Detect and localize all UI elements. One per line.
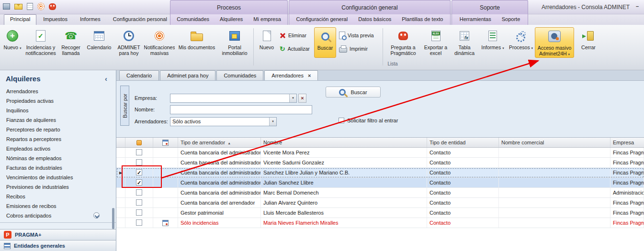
mail-icon[interactable]: [14, 4, 23, 10]
row-checkbox[interactable]: [136, 149, 142, 155]
chevron-down-icon[interactable]: ▾: [269, 118, 276, 126]
acceso-masivo-adminet24h-button[interactable]: Acceso masivo Adminet24H ▾ ArrendadoresI…: [535, 27, 574, 58]
empresa-value: [170, 94, 289, 102]
chevron-down-icon[interactable]: ▾: [289, 94, 296, 102]
buscar-button[interactable]: Buscar: [326, 87, 381, 98]
exportar-excel-button[interactable]: Exportar a excel: [422, 27, 450, 58]
row-checkbox[interactable]: [136, 219, 142, 226]
sidebar-item-perceptores-de-reparto[interactable]: Perceptores de reparto: [0, 125, 116, 134]
column-header-tipo-de-arrendador[interactable]: Tipo de arrendador▲: [178, 138, 261, 147]
clear-empresa-button[interactable]: ×: [298, 94, 306, 103]
collapse-sidebar-icon[interactable]: ‹: [105, 75, 110, 83]
nav-entidades-generales-button[interactable]: Entidades generales: [0, 240, 116, 251]
pregunta-pragmatico-button[interactable]: Pregunta a Pragmático: [386, 27, 420, 58]
group-tab-herramientas[interactable]: Herramientas: [456, 14, 495, 25]
sidebar-item-previsiones-de-industriales[interactable]: Previsiones de industriales: [0, 182, 116, 192]
sidebar-scrollbar[interactable]: [112, 208, 114, 229]
group-tab-soporte[interactable]: Soporte: [498, 14, 524, 25]
cerrar-button[interactable]: Cerrar: [577, 27, 599, 58]
calendario-button[interactable]: Calendario: [85, 27, 113, 58]
minimize-button[interactable]: –: [633, 3, 641, 11]
sidebar-item-nóminas-de-empleados[interactable]: Nóminas de empleados: [0, 153, 116, 163]
close-tab-icon[interactable]: ×: [308, 73, 311, 78]
sidebar-item-facturas-de-industriales[interactable]: Facturas de industriales: [0, 163, 116, 173]
ribbon-tab-impuestos[interactable]: Impuestos: [37, 14, 73, 25]
adminet-para-hoy-button[interactable]: ADMINET para hoy: [115, 27, 143, 58]
sidebar-item-repartos-a-perceptores[interactable]: Repartos a perceptores: [0, 134, 116, 144]
recoger-llamada-button[interactable]: ☎ Recoger llamada: [58, 27, 83, 58]
tabla-dinamica-button[interactable]: Tabla dinámica: [451, 27, 478, 58]
mis-documentos-button[interactable]: Mis documentos: [176, 27, 217, 58]
sidebar-item-arrendadores[interactable]: Arrendadores: [0, 87, 116, 96]
ribbon-tab-configuración-personal[interactable]: Configuración personal: [107, 14, 173, 25]
row-checkbox[interactable]: ✓: [136, 169, 142, 175]
notifications-icon[interactable]: [37, 3, 45, 10]
sidebar-item-cobros-anticipados[interactable]: Cobros anticipados: [0, 211, 116, 220]
preview-icon: [339, 32, 345, 39]
delete-icon: [280, 33, 286, 39]
solicitar-filtro-checkbox[interactable]: [339, 118, 344, 123]
portal-inmobiliario-button[interactable]: Portal inmobiliario: [219, 27, 250, 58]
row-checkbox[interactable]: ✓: [136, 179, 142, 186]
group-tab-configuración-general[interactable]: Configuración general: [293, 14, 352, 25]
ribbon-tab-principal[interactable]: Principal: [4, 14, 36, 25]
notes-icon[interactable]: [27, 3, 33, 10]
buscar-por-tab[interactable]: Buscar por: [120, 86, 129, 126]
chevron-down-circle-icon[interactable]: [93, 212, 100, 218]
buscar-ribbon-button[interactable]: Buscar: [314, 27, 336, 58]
group-tab-datos-básicos[interactable]: Datos básicos: [354, 14, 395, 25]
eliminar-button[interactable]: Eliminar: [278, 31, 313, 40]
sidebar-item-propiedades-activas[interactable]: Propiedades activas: [0, 96, 116, 106]
table-row[interactable]: Sólo incidenciasMaria Nieves Flamerich M…: [116, 218, 644, 228]
arrendadores-combo[interactable]: Sólo activos ▾: [170, 117, 277, 126]
sidebar-item-recibos[interactable]: Recibos: [0, 192, 116, 201]
table-row[interactable]: Cuenta bancaria del administradorVicente…: [116, 148, 644, 158]
group-tab-plantillas-de-texto[interactable]: Plantillas de texto: [398, 14, 447, 25]
sidebar-item-fianzas-de-alquileres[interactable]: Fianzas de alquileres: [0, 115, 116, 125]
table-row[interactable]: Cuenta bancaria del administradorMarc Be…: [116, 188, 644, 198]
cell-comercial: [499, 198, 610, 207]
nombre-input[interactable]: [170, 105, 312, 114]
column-header-empresa[interactable]: Empresa: [610, 138, 644, 147]
column-header-nombre[interactable]: Nombre: [261, 138, 427, 147]
doc-tab-calendario[interactable]: Calendario: [119, 70, 159, 80]
group-tab-mi-empresa[interactable]: Mi empresa: [249, 14, 284, 25]
actualizar-button[interactable]: ↻ Actualizar: [278, 44, 313, 53]
sidebar-item-inquilinos[interactable]: Inquilinos: [0, 106, 116, 115]
sidebar-item-emisiones-de-recibos[interactable]: Emisiones de recibos: [0, 201, 116, 211]
row-checkbox[interactable]: [136, 159, 142, 165]
doc-tab-comunidades[interactable]: Comunidades: [216, 70, 263, 80]
row-checkbox[interactable]: [136, 199, 142, 206]
vista-previa-button[interactable]: Vista previa: [338, 31, 380, 40]
group-tab-alquileres[interactable]: Alquileres: [216, 14, 247, 25]
doc-tab-arrendadores[interactable]: Arrendadores×: [264, 70, 318, 80]
pragmatico-icon[interactable]: [49, 3, 56, 10]
notificaciones-masivas-button[interactable]: Notificaciones masivas: [144, 27, 175, 58]
table-row[interactable]: Cuenta bancaria del administradorVicente…: [116, 158, 644, 168]
select-all-column-header[interactable]: [125, 138, 153, 147]
sidebar-item-vencimientos-de-industriales[interactable]: Vencimientos de industriales: [0, 173, 116, 182]
entities-icon: [4, 243, 11, 249]
row-checkbox[interactable]: [136, 209, 142, 216]
procesos-button[interactable]: Procesos ▾: [508, 27, 534, 58]
informes-button[interactable]: Informes ▾: [479, 27, 506, 58]
table-row[interactable]: Gestor patrimonialLluis Mercade Balleste…: [116, 208, 644, 218]
table-row[interactable]: Cuenta bancaria del arrendadorJulian Alv…: [116, 198, 644, 208]
nuevo-button[interactable]: Nuevo ▾: [2, 27, 23, 58]
column-header-nombre-comercial[interactable]: Nombre comercial: [499, 138, 610, 147]
icon-column-header[interactable]: [153, 138, 178, 147]
incidencias-notificaciones-button[interactable]: Incidencias y notificaciones: [24, 27, 57, 58]
column-header-tipo-de-entidad[interactable]: Tipo de entidad: [427, 138, 499, 147]
empresa-combo[interactable]: ▾: [170, 94, 297, 103]
sidebar-item-empleados-activos[interactable]: Empleados activos: [0, 144, 116, 153]
group-tab-comunidades[interactable]: Comunidades: [173, 14, 213, 25]
nav-pragma-button[interactable]: P PRAGMA+: [0, 229, 116, 240]
imprimir-button[interactable]: Imprimir: [338, 44, 380, 53]
table-row[interactable]: ▶✓Cuenta bancaria del administradorSanch…: [116, 168, 644, 178]
ribbon-tab-informes[interactable]: Informes: [74, 14, 106, 25]
nuevo-registro-button[interactable]: Nuevo: [257, 27, 277, 58]
table-row[interactable]: ✓Cuenta bancaria del administradorJulian…: [116, 178, 644, 188]
app-icon[interactable]: [3, 3, 10, 10]
row-checkbox[interactable]: [136, 189, 142, 196]
doc-tab-adminet-para-hoy[interactable]: Adminet para hoy: [160, 70, 215, 80]
